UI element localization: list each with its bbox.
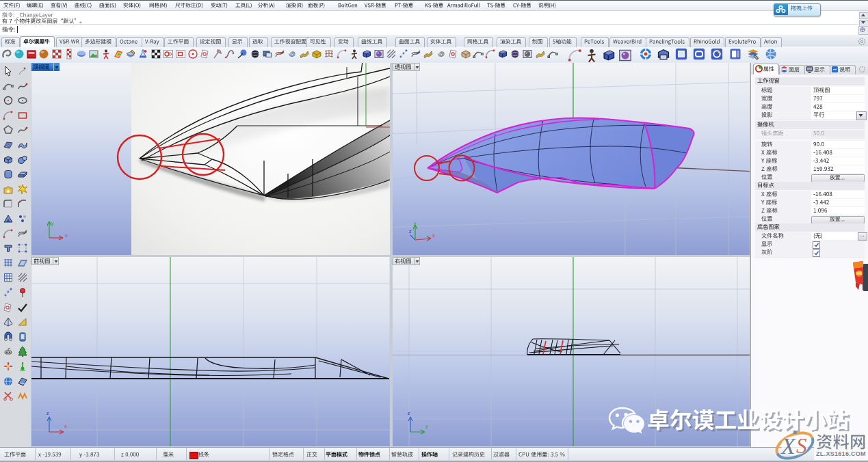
- svg-text:S: S: [796, 434, 807, 458]
- svg-text:X: X: [780, 433, 796, 459]
